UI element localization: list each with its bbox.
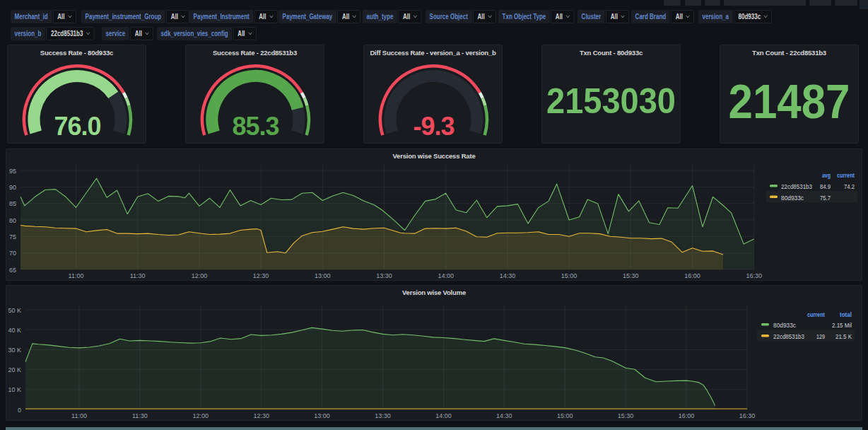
- svg-text:11:00: 11:00: [69, 272, 84, 279]
- svg-text:current: current: [837, 171, 855, 179]
- svg-text:80d933c: 80d933c: [781, 194, 804, 202]
- svg-text:75: 75: [9, 233, 16, 240]
- svg-text:16:00: 16:00: [679, 412, 695, 419]
- svg-text:95: 95: [9, 168, 16, 175]
- svg-text:13:00: 13:00: [314, 412, 330, 419]
- svg-text:14:30: 14:30: [500, 272, 516, 279]
- svg-text:16:30: 16:30: [739, 412, 756, 419]
- svg-text:15:30: 15:30: [618, 412, 634, 419]
- svg-text:14:30: 14:30: [496, 412, 512, 419]
- svg-text:12:00: 12:00: [193, 412, 209, 419]
- svg-text:40 K: 40 K: [8, 327, 21, 334]
- svg-text:13:30: 13:30: [376, 272, 392, 279]
- svg-text:15:30: 15:30: [623, 272, 639, 279]
- svg-text:10 K: 10 K: [8, 386, 21, 393]
- svg-text:11:30: 11:30: [130, 272, 146, 279]
- svg-text:85: 85: [9, 200, 16, 207]
- svg-text:50 K: 50 K: [8, 307, 21, 314]
- svg-text:30 K: 30 K: [8, 347, 21, 354]
- svg-text:12:30: 12:30: [253, 272, 269, 279]
- svg-text:80: 80: [9, 217, 16, 224]
- svg-text:129: 129: [816, 332, 825, 340]
- svg-text:75.7: 75.7: [820, 194, 831, 202]
- svg-text:14:00: 14:00: [438, 272, 454, 279]
- svg-text:11:30: 11:30: [132, 412, 148, 419]
- svg-text:avg: avg: [822, 171, 831, 179]
- svg-text:70: 70: [9, 250, 16, 257]
- svg-text:16:00: 16:00: [684, 272, 700, 279]
- svg-text:20 K: 20 K: [8, 366, 21, 373]
- svg-text:current: current: [807, 310, 826, 318]
- svg-text:total: total: [840, 310, 852, 318]
- svg-text:22cd8531b3: 22cd8531b3: [773, 332, 804, 340]
- svg-text:74.2: 74.2: [844, 182, 855, 190]
- svg-text:76.0: 76.0: [54, 112, 100, 141]
- svg-text:22cd8531b3: 22cd8531b3: [781, 182, 812, 190]
- svg-text:80d933c: 80d933c: [773, 321, 796, 329]
- svg-text:65: 65: [9, 267, 16, 274]
- svg-text:-9.3: -9.3: [413, 112, 454, 141]
- svg-text:11:00: 11:00: [71, 412, 87, 419]
- svg-text:0: 0: [18, 407, 21, 414]
- svg-text:85.3: 85.3: [232, 112, 278, 141]
- svg-text:13:30: 13:30: [375, 412, 391, 419]
- svg-text:15:00: 15:00: [557, 412, 573, 419]
- svg-text:16:30: 16:30: [746, 272, 762, 279]
- svg-text:21.5 K: 21.5 K: [835, 332, 852, 340]
- svg-text:90: 90: [9, 184, 16, 191]
- svg-text:12:30: 12:30: [253, 412, 269, 419]
- svg-text:14:00: 14:00: [435, 412, 452, 419]
- svg-text:84.9: 84.9: [820, 182, 831, 190]
- svg-text:15:00: 15:00: [561, 272, 577, 279]
- svg-text:2.15 Mil: 2.15 Mil: [832, 321, 852, 329]
- svg-text:13:00: 13:00: [315, 272, 331, 279]
- svg-text:12:00: 12:00: [192, 272, 208, 279]
